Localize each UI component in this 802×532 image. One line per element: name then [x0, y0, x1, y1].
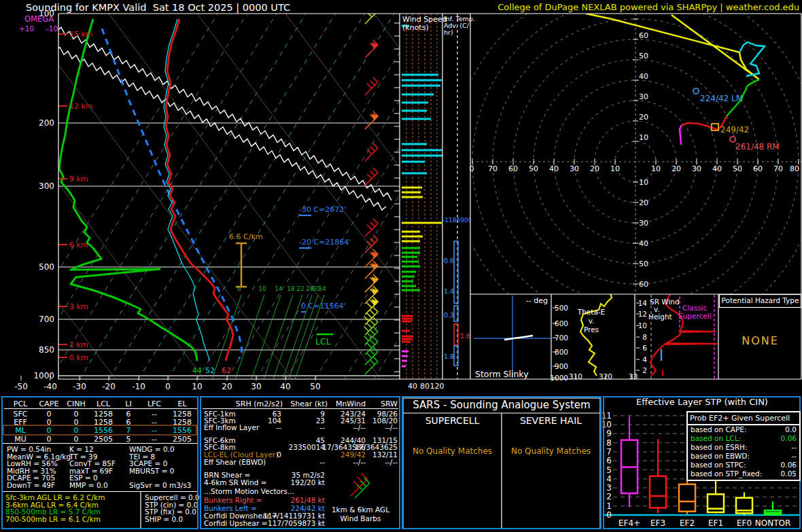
adv-value-label: -0.6 [435, 258, 454, 264]
thermo-panel-box [1, 396, 198, 529]
storm-motion-label: 249/42 [720, 126, 749, 135]
hodo-axis-label: 10 [607, 165, 623, 173]
hodo-axis-label: 60 [639, 281, 648, 289]
hodo-axis-label: 0 [464, 165, 480, 173]
height-label: 0 km [69, 354, 88, 362]
isotherm-height-annotation: -20 C=21864' [299, 238, 351, 247]
height-label: 9 km [69, 175, 88, 183]
storm-motion-label: 261/48 RM [735, 143, 780, 152]
adv-value-label: -0.3 [435, 312, 454, 319]
srw-y-label: 6 [633, 344, 647, 352]
classic-supercell-label: Classic [682, 304, 707, 312]
temp-axis-label: 40 [272, 383, 299, 391]
pressure-label: 850 [23, 346, 54, 355]
temp-axis-label: -30 [66, 383, 93, 391]
prob-ef2-row: based on STPC:0.06 [688, 461, 799, 469]
hazard-value: NONE [719, 336, 801, 347]
temp-axis-label: 0 [154, 383, 181, 391]
hodo-axis-label: 50 [639, 52, 648, 60]
thetae-x-label: 320 [597, 373, 614, 380]
height-label: 6 km [69, 241, 88, 249]
hodo-axis-label: 10 [639, 134, 648, 142]
hodo-axis-label: 20 [639, 113, 648, 122]
hodo-axis-label: 50 [729, 165, 746, 173]
temp-axis-label: -50 [7, 383, 35, 391]
mixing-ratio-label: 10 [257, 286, 268, 292]
hodo-axis-label: 20 [587, 165, 603, 173]
adv-overflow-value: -11869098 [442, 217, 470, 224]
isotherm-height-annotation: 0 C=11564' [301, 302, 345, 311]
prob-ef2-rows: based on CAPE:0.0based on LCL:0.06based … [688, 425, 799, 478]
hodo-axis-label: 70 [770, 165, 786, 173]
classic-supercell-label2: Supercell [678, 313, 712, 320]
kinematics-panel-box [200, 396, 400, 529]
srwind-title3: Height [648, 313, 672, 321]
storm-slinky-title: Storm Slinky [475, 370, 529, 378]
thetae-title3: Pres [571, 326, 612, 334]
prob-ef2-row: based on CAPE:0.0 [688, 425, 799, 434]
thetae-y-label: 900 [548, 363, 568, 370]
hodo-axis-label: 60 [639, 32, 648, 40]
hodo-axis-label: 50 [525, 165, 542, 173]
wind-speed-panel-title: Wind Speed [402, 16, 447, 24]
temp-axis-label: -20 [95, 383, 122, 391]
adv-value-label: -1.8 [435, 353, 454, 360]
storm-motion-label: 224/42 LM [700, 94, 743, 103]
surface-value-label: 52 [202, 367, 218, 375]
height-label: 12 km [69, 103, 93, 111]
hodo-axis-label: 20 [668, 165, 684, 173]
height-label: 1 km [69, 341, 88, 349]
pressure-label: 1000 [23, 372, 54, 380]
hodo-axis-label: 20 [639, 199, 648, 207]
prob-ef2-box: Prob EF2+ Given Supercell based on CAPE:… [686, 411, 801, 481]
wind-speed-panel-title2: (knots) [402, 24, 429, 32]
prob-ef2-row: based on STP_fixed:0.05 [688, 469, 799, 478]
omega-minus-label: -10 [46, 25, 58, 33]
srw-y-label: 10 [633, 322, 647, 330]
mixing-ratio-label: 6 [234, 286, 245, 292]
temp-axis-label: -40 [37, 383, 64, 391]
hazard-panel-title: Potential Hazard Type [719, 297, 801, 304]
hodo-axis-label: 80 [786, 165, 802, 173]
temp-axis-label: 50 [302, 383, 329, 391]
speed-axis-label: 120 [427, 383, 447, 391]
page-title: Sounding for KMPX Valid Sat 18 Oct 2025 … [26, 3, 290, 13]
omega-plus-label: +10 [19, 25, 34, 33]
prob-ef2-row: based on LCL:0.06 [688, 434, 799, 443]
temp-axis-label: 20 [213, 383, 241, 391]
pressure-label: 500 [23, 263, 54, 272]
thetae-title2: v. [571, 317, 612, 325]
hodo-axis-label: 40 [709, 165, 725, 173]
hodo-axis-label: 30 [566, 165, 582, 173]
srw-y-label: 12 [633, 311, 647, 318]
hodo-axis-label: 60 [505, 165, 521, 173]
srw-y-label: 14 [633, 300, 647, 307]
hodo-axis-label: 50 [639, 260, 648, 268]
temp-adv-panel-title3: hr) [444, 29, 453, 36]
hodo-axis-label: 30 [639, 219, 648, 228]
surface-value-label: 62 [218, 367, 234, 375]
slinky-deg-readout: -- deg [507, 297, 548, 305]
adv-value-label: -1.4 [435, 288, 454, 295]
prob-ef2-title: Prob EF2+ Given Supercell [688, 412, 799, 425]
pressure-label: 100 [23, 10, 54, 18]
isotherm-height-annotation: -30 C=2672' [299, 206, 346, 214]
srw-y-label: 2 [633, 367, 647, 374]
hodo-axis-label: 40 [546, 165, 562, 173]
sars-panel-box [402, 396, 602, 529]
mixing-ratio-label: 14 [273, 286, 284, 292]
height-label: 3 km [69, 303, 88, 311]
lapse-rate-marker-label: 6.6 C/km [229, 233, 262, 241]
thetae-y-label: 1000 [548, 374, 568, 382]
hodo-axis-label: 30 [688, 165, 705, 173]
pressure-label: 300 [23, 182, 54, 191]
height-label: 15 km [69, 31, 93, 39]
hodo-axis-label: 40 [639, 240, 648, 248]
hodo-axis-label: 40 [639, 73, 648, 81]
temp-axis-label: -10 [125, 383, 152, 391]
adv-value-label: 1.6 [460, 333, 474, 340]
thetae-y-label: 800 [548, 349, 568, 356]
hodo-axis-label: 30 [639, 93, 648, 101]
hodo-axis-label: 60 [750, 165, 766, 173]
thetae-y-label: 500 [548, 304, 568, 312]
